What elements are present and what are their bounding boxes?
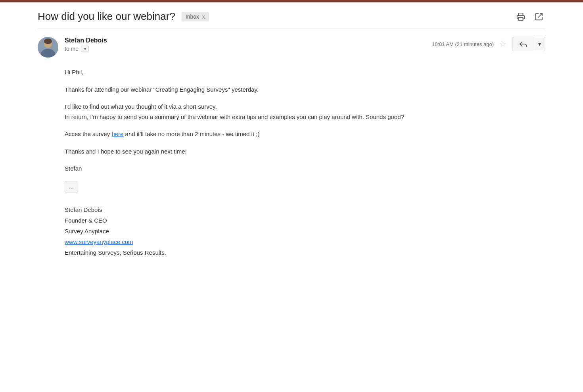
inbox-badge[interactable]: Inbox x	[182, 12, 209, 21]
ellipsis-button[interactable]: ...	[65, 181, 78, 193]
signature-company: Survey Anyplace	[65, 226, 545, 236]
sender-info: Stefan Debois to me ▾	[65, 37, 107, 52]
sign-off: Stefan	[65, 163, 545, 174]
print-button[interactable]	[514, 10, 527, 23]
sender-row: Stefan Debois to me ▾ 10:01 AM (21 minut…	[38, 37, 545, 58]
greeting: Hi Phil,	[65, 67, 545, 77]
email-subject-area: How did you like our webinar? Inbox x	[38, 10, 209, 23]
sender-to-row: to me ▾	[65, 46, 107, 52]
reply-button[interactable]	[512, 37, 534, 51]
body-para4: Thanks and I hope to see you again next …	[65, 146, 545, 157]
sender-name: Stefan Debois	[65, 37, 107, 44]
svg-rect-0	[519, 17, 523, 20]
sender-left: Stefan Debois to me ▾	[38, 37, 107, 58]
body-para3: Acces the survey here and it'll take no …	[65, 129, 545, 139]
header-icons	[514, 10, 545, 23]
more-actions-button[interactable]: ▾	[534, 38, 545, 50]
ellipsis-label: ...	[69, 182, 74, 192]
to-label: to me	[65, 46, 79, 52]
email-body: Hi Phil, Thanks for attending our webina…	[38, 67, 545, 258]
email-time: 10:01 AM (21 minutes ago)	[432, 41, 494, 47]
popout-button[interactable]	[533, 10, 545, 23]
email-header: How did you like our webinar? Inbox x	[38, 10, 545, 29]
to-dropdown-button[interactable]: ▾	[81, 46, 89, 52]
survey-link[interactable]: here	[111, 131, 123, 137]
email-container: How did you like our webinar? Inbox x	[26, 2, 557, 266]
body-para2-line1: I'd like to find out what you thought of…	[65, 103, 217, 110]
svg-point-5	[44, 38, 52, 44]
sender-right: 10:01 AM (21 minutes ago) ☆ ▾	[432, 37, 545, 51]
body-para1: Thanks for attending our webinar "Creati…	[65, 85, 545, 95]
action-buttons: ▾	[512, 37, 545, 51]
body-para3-suffix: and it'll take no more than 2 minutes - …	[123, 131, 259, 137]
body-para2-line2: In return, I'm happy to send you a summa…	[65, 113, 404, 120]
signature-website[interactable]: www.surveyanyplace.com	[65, 238, 133, 245]
inbox-label: Inbox	[186, 13, 199, 20]
signature-title: Founder & CEO	[65, 215, 545, 226]
body-para3-prefix: Acces the survey	[65, 131, 111, 137]
email-subject: How did you like our webinar?	[38, 10, 175, 23]
avatar	[38, 37, 58, 58]
signature-tagline: Entertaining Surveys, Serious Results.	[65, 247, 545, 258]
email-signature: Stefan Debois Founder & CEO Survey Anypl…	[65, 204, 545, 258]
body-para2: I'd like to find out what you thought of…	[65, 102, 545, 122]
signature-name: Stefan Debois	[65, 204, 545, 215]
star-icon[interactable]: ☆	[499, 39, 506, 49]
inbox-close-button[interactable]: x	[202, 13, 205, 20]
